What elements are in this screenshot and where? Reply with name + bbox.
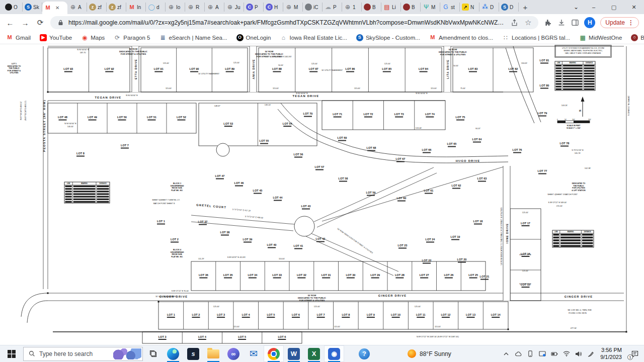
maximize-button[interactable]: ▢ — [604, 0, 624, 14]
taskbar-app-chrome[interactable] — [264, 345, 284, 362]
tab-8[interactable]: ⊕Io — [166, 3, 185, 12]
tab-16[interactable]: ☁P — [323, 3, 342, 12]
tab-23[interactable]: ↗N — [460, 3, 479, 12]
svg-text:100': 100' — [572, 119, 575, 121]
bookmark-9[interactable]: ∷Locations | BGRS tal... — [502, 34, 570, 41]
side-panel-icon[interactable] — [571, 19, 579, 27]
tray-wifi-icon[interactable] — [561, 351, 572, 356]
bookmark-8[interactable]: MAmendment to clos... — [429, 34, 493, 41]
tray-battery-icon[interactable] — [549, 351, 560, 356]
close-window-button[interactable]: ✕ — [624, 0, 644, 14]
taskbar-app-explorer[interactable] — [203, 345, 223, 362]
tab-14[interactable]: ⊕M — [283, 3, 303, 12]
bookmark-3[interactable]: ⟳Paragon 5 — [114, 34, 150, 41]
tab-19[interactable]: ▤Li — [381, 3, 401, 12]
tab-2-active-gmail[interactable]: M✕ — [42, 2, 67, 14]
task-view-button[interactable] — [143, 345, 163, 362]
start-button[interactable] — [0, 345, 23, 362]
taskbar-app-edge[interactable] — [163, 345, 183, 362]
taskbar-app-loop[interactable]: ∞ — [223, 345, 244, 362]
tray-chevron-icon[interactable] — [501, 351, 512, 357]
tab-9[interactable]: ⊕R — [185, 3, 205, 12]
tab-0[interactable]: O — [3, 3, 23, 12]
taskbar-search-input[interactable]: Type here to search — [23, 347, 143, 361]
address-bar[interactable]: https://mail.google.com/mail/u/0/?zx=xg2… — [50, 16, 538, 29]
tab-12[interactable]: CP — [244, 3, 264, 12]
tray-pen-icon[interactable] — [585, 351, 596, 357]
tray-volume-icon[interactable] — [573, 351, 584, 357]
tab-10[interactable]: ⊕A — [205, 3, 224, 12]
svg-text:102.38': 102.38' — [585, 167, 591, 169]
tab-5[interactable]: zzf — [107, 3, 126, 12]
taskbar-clock[interactable]: 3:56 PM 9/1/2023 — [596, 347, 626, 361]
action-center-button[interactable]: 1 — [626, 345, 644, 362]
bookmark-0[interactable]: MGmail — [6, 34, 31, 41]
favicon: ⊕ — [207, 4, 214, 11]
tab-20[interactable]: B — [401, 3, 421, 12]
svg-text:LOT 7: LOT 7 — [317, 313, 325, 316]
svg-text:LOT 51: LOT 51 — [147, 116, 156, 119]
bookmark-5[interactable]: OOneLogin — [236, 34, 271, 41]
taskbar-app-skyslope[interactable]: s — [183, 345, 203, 362]
tab-1[interactable]: SSk — [23, 3, 42, 12]
excel-icon: X — [308, 348, 320, 360]
plat-map-document[interactable]: LOT 93LOT 92LOT 91LOT 90LOT 89LOT 88LOT … — [0, 44, 644, 345]
svg-text:LOT 79: LOT 79 — [538, 112, 547, 115]
weather-widget[interactable]: 88°F Sunny — [403, 345, 456, 362]
tab-17[interactable]: ⊕1 — [342, 3, 362, 12]
tab-21[interactable]: ΨM — [421, 3, 440, 12]
svg-text:(N 87°35'24" E 408.13'): (N 87°35'24" E 408.13') — [25, 100, 27, 120]
update-chrome-button[interactable]: Update ⋮ — [600, 17, 639, 28]
tray-cloud-icon[interactable] — [513, 351, 524, 357]
taskbar-app-capture[interactable]: ◉ — [324, 345, 344, 362]
svg-text:LOT 48: LOT 48 — [58, 116, 67, 119]
tab-18[interactable]: B — [362, 3, 381, 12]
tab-4[interactable]: zzf — [87, 3, 107, 12]
bookmark-1[interactable]: ▶YouTube — [40, 34, 72, 41]
gmail-content-area[interactable]: LOT 93LOT 92LOT 91LOT 90LOT 89LOT 88LOT … — [0, 44, 644, 345]
bookmark-11[interactable]: ○Beacon — [631, 34, 644, 41]
tab-25[interactable]: SD — [499, 3, 519, 12]
tab-13[interactable]: CH — [264, 3, 283, 12]
forward-button[interactable]: → — [20, 19, 30, 27]
tab-6[interactable]: MIn — [126, 3, 146, 12]
tab-7[interactable]: ◯d — [146, 3, 166, 12]
tab-3[interactable]: ⊕A — [67, 3, 87, 12]
tab-22[interactable]: Gst — [440, 3, 460, 12]
new-tab-button[interactable]: + — [519, 0, 532, 14]
tray-phone-icon[interactable] — [525, 350, 536, 357]
tray-screen-icon[interactable] — [537, 351, 548, 357]
favicon: ⊕ — [168, 4, 175, 11]
share-icon[interactable] — [510, 19, 519, 27]
svg-text:LOT 84: LOT 84 — [419, 67, 429, 70]
minimize-button[interactable]: – — [584, 0, 604, 14]
tab-15[interactable]: iC — [303, 3, 323, 12]
favicon — [403, 4, 410, 11]
bookmark-10[interactable]: ▦MidWestOne — [579, 34, 622, 41]
extensions-puzzle-icon[interactable] — [543, 19, 552, 27]
bookmark-6[interactable]: ⌂Iowa Real Estate Lic... — [280, 34, 347, 41]
close-tab-icon[interactable]: ✕ — [55, 5, 59, 11]
browser-tab-strip: OSSkM✕⊕AzzfzzfMIn◯d⊕Io⊕R⊕A⊕JuCPCH⊕MiC☁P⊕… — [0, 0, 644, 14]
taskbar-app-word[interactable]: W — [284, 345, 304, 362]
svg-text:LOT 29: LOT 29 — [370, 274, 380, 277]
bookmark-star-icon[interactable]: ☆ — [524, 19, 532, 27]
bookmark-7[interactable]: SSkySlope - Custom... — [356, 34, 420, 41]
svg-text:LOT 22: LOT 22 — [422, 259, 432, 262]
taskbar-app-mail[interactable]: ✉ — [244, 345, 264, 362]
profile-avatar[interactable]: H — [584, 17, 595, 28]
bookmark-4[interactable]: ≣eSearch | Name Sea... — [159, 34, 227, 41]
reload-button[interactable]: ⟳ — [35, 18, 45, 27]
tab-search-chevron-icon[interactable]: ⌄ — [569, 0, 584, 14]
svg-text:ANIA DRIVE: ANIA DRIVE — [252, 59, 255, 79]
svg-text:LOT 76: LOT 76 — [513, 148, 522, 151]
tab-11[interactable]: ⊕Ju — [224, 3, 244, 12]
svg-text:115.00': 115.00' — [166, 87, 172, 89]
back-button[interactable]: ← — [5, 19, 15, 27]
download-icon[interactable] — [557, 19, 566, 27]
bookmark-2[interactable]: ◉Maps — [81, 34, 105, 41]
help-app-button[interactable]: ? — [354, 345, 374, 362]
svg-text:GINGER DRIVE: GINGER DRIVE — [565, 295, 593, 298]
tab-24[interactable]: ⁂D — [479, 3, 499, 12]
taskbar-app-excel[interactable]: X — [304, 345, 324, 362]
